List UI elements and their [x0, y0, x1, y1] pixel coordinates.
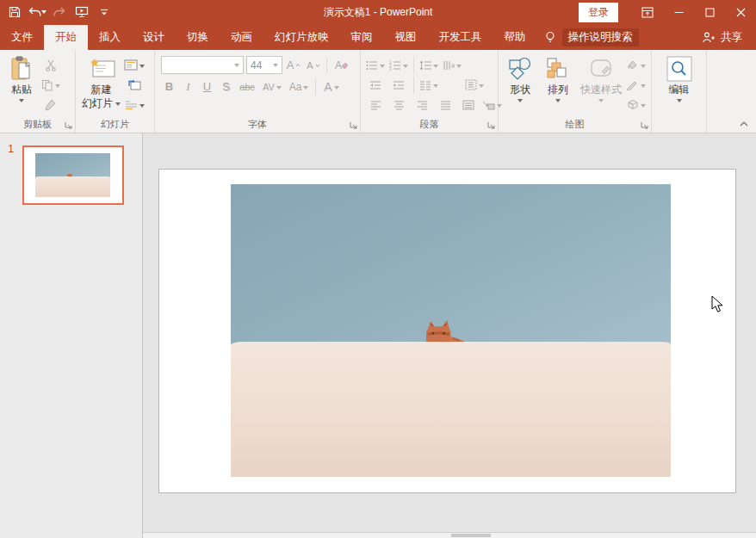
save-button[interactable] — [5, 3, 24, 22]
character-spacing-button[interactable]: AV — [260, 77, 284, 96]
slide-layout-button[interactable] — [124, 56, 145, 74]
grow-font-button[interactable]: A — [285, 56, 302, 74]
paste-button[interactable]: 粘贴 — [3, 53, 40, 102]
strikethrough-button[interactable]: abc — [237, 77, 257, 96]
shapes-dropdown-arrow[interactable] — [517, 99, 523, 102]
copy-button[interactable] — [40, 76, 61, 94]
line-spacing-dropdown-arrow[interactable] — [433, 65, 438, 68]
horizontal-scrollbar[interactable] — [143, 532, 756, 538]
copy-dropdown-arrow[interactable] — [55, 84, 60, 88]
tab-design[interactable]: 设计 — [132, 25, 176, 50]
start-slideshow-button[interactable] — [72, 3, 91, 22]
font-size-dropdown-arrow[interactable] — [273, 64, 278, 67]
drawing-dialog-launcher[interactable] — [640, 121, 649, 130]
align-right-button[interactable] — [412, 96, 432, 114]
columns-dropdown-arrow[interactable] — [433, 84, 438, 88]
justify-button[interactable] — [435, 96, 455, 114]
shape-effects-dropdown-arrow[interactable] — [641, 104, 646, 108]
font-name-dropdown-arrow[interactable] — [234, 64, 239, 67]
format-painter-button[interactable] — [40, 96, 61, 114]
maximize-button[interactable] — [694, 0, 725, 24]
bullets-dropdown-arrow[interactable] — [380, 65, 385, 68]
font-color-button[interactable]: A — [320, 77, 343, 96]
editing-dropdown-arrow[interactable] — [677, 99, 682, 102]
undo-dropdown-arrow[interactable] — [41, 10, 46, 14]
tab-view[interactable]: 视图 — [384, 25, 428, 50]
new-slide-button[interactable]: 新建 幻灯片 — [78, 53, 124, 110]
horizontal-scrollbar-thumb[interactable] — [451, 534, 491, 537]
collapse-ribbon-button[interactable] — [737, 118, 751, 130]
tab-file[interactable]: 文件 — [0, 25, 44, 50]
align-text-dropdown-arrow[interactable] — [479, 84, 484, 88]
text-shadow-button[interactable]: S — [218, 77, 234, 96]
tell-me-search[interactable]: 操作说明搜索 — [544, 25, 639, 50]
shape-fill-button[interactable] — [625, 56, 646, 74]
tab-insert[interactable]: 插入 — [88, 25, 132, 50]
font-dialog-launcher[interactable] — [349, 121, 358, 130]
layout-dropdown-arrow[interactable] — [139, 65, 145, 68]
text-direction-dropdown-arrow[interactable] — [456, 65, 462, 68]
character-spacing-dropdown-arrow[interactable] — [276, 86, 282, 90]
new-slide-dropdown-arrow[interactable] — [115, 102, 121, 106]
numbering-button[interactable]: 123 — [388, 56, 409, 74]
font-color-dropdown-arrow[interactable] — [334, 86, 339, 90]
slide-editing-canvas[interactable] — [143, 133, 756, 538]
slide-1-canvas[interactable] — [158, 169, 736, 493]
slide-photo-cat-on-dune[interactable] — [231, 184, 671, 477]
reset-slide-button[interactable] — [124, 76, 145, 94]
columns-button[interactable] — [418, 76, 439, 94]
share-button[interactable]: 共享 — [703, 25, 756, 50]
minimize-button[interactable] — [663, 0, 694, 24]
align-text-button[interactable] — [464, 76, 485, 94]
paste-dropdown-arrow[interactable] — [19, 99, 24, 102]
change-case-dropdown-arrow[interactable] — [303, 86, 308, 90]
clipboard-dialog-launcher[interactable] — [64, 121, 73, 130]
align-center-button[interactable] — [388, 96, 409, 114]
shape-effects-button[interactable] — [625, 96, 646, 114]
sign-in-button[interactable]: 登录 — [579, 3, 618, 22]
tab-developer[interactable]: 开发工具 — [428, 25, 493, 50]
close-button[interactable] — [725, 0, 756, 24]
shape-outline-dropdown-arrow[interactable] — [641, 84, 646, 88]
customize-qat-button[interactable] — [95, 3, 114, 22]
quick-styles-dropdown-arrow[interactable] — [598, 99, 604, 102]
section-button[interactable] — [124, 96, 145, 114]
shapes-button[interactable]: 形状 — [501, 53, 539, 102]
paragraph-dialog-launcher[interactable] — [486, 121, 496, 130]
shrink-font-button[interactable]: A — [305, 56, 322, 74]
change-case-button[interactable]: Aa — [287, 77, 311, 96]
arrange-button[interactable]: 排列 — [539, 53, 577, 102]
clear-formatting-button[interactable]: A — [332, 56, 350, 74]
text-direction-button[interactable]: A — [442, 56, 462, 74]
font-name-combo[interactable] — [161, 56, 244, 74]
increase-indent-button[interactable] — [388, 76, 409, 94]
slide-thumbnail-1[interactable] — [22, 145, 124, 205]
ribbon-display-options-button[interactable] — [632, 0, 663, 24]
decrease-indent-button[interactable] — [365, 76, 386, 94]
tab-home[interactable]: 开始 — [44, 25, 88, 50]
arrange-dropdown-arrow[interactable] — [555, 99, 561, 102]
numbering-dropdown-arrow[interactable] — [403, 65, 408, 68]
tab-slideshow[interactable]: 幻灯片放映 — [263, 25, 340, 50]
tell-me-input[interactable]: 操作说明搜索 — [562, 28, 639, 46]
editing-button[interactable]: 编辑 — [660, 53, 698, 102]
tab-help[interactable]: 帮助 — [493, 25, 537, 50]
bullets-button[interactable] — [365, 56, 386, 74]
bold-button[interactable]: B — [161, 77, 177, 96]
align-left-button[interactable] — [365, 96, 386, 114]
tab-review[interactable]: 审阅 — [340, 25, 384, 50]
tab-transitions[interactable]: 切换 — [176, 25, 220, 50]
tab-animations[interactable]: 动画 — [220, 25, 263, 50]
shape-outline-button[interactable] — [625, 76, 646, 94]
redo-button[interactable] — [50, 3, 69, 22]
quick-styles-button[interactable]: 快速样式 — [577, 53, 625, 102]
shape-fill-dropdown-arrow[interactable] — [641, 65, 646, 68]
undo-button[interactable] — [28, 3, 46, 22]
italic-button[interactable]: I — [180, 77, 196, 96]
font-size-combo[interactable]: 44 — [246, 56, 282, 74]
underline-button[interactable]: U — [199, 77, 215, 96]
section-dropdown-arrow[interactable] — [139, 104, 145, 108]
distribute-button[interactable] — [458, 96, 479, 114]
line-spacing-button[interactable] — [418, 56, 439, 74]
cut-button[interactable] — [40, 56, 61, 74]
